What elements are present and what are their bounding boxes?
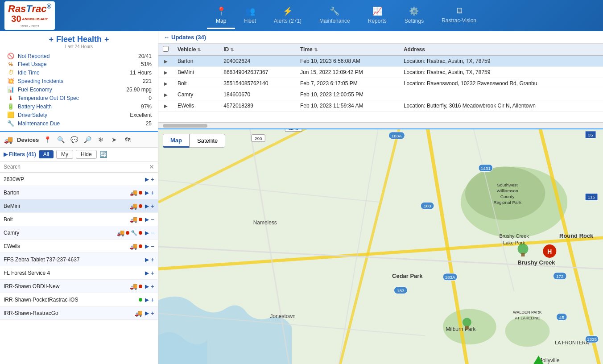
vehicle-item-camry[interactable]: Camry 🚚 🔧 ▶ − (0, 226, 158, 240)
vehicle-expand-arrow[interactable]: ▶ (145, 310, 149, 316)
my-filter-button[interactable]: My (56, 150, 73, 159)
nav-rastrac-vision[interactable]: 🖥 Rastrac-Vision (433, 3, 485, 29)
vehicle-item-2630wp[interactable]: 2630WP ▶ + (0, 173, 158, 186)
search-clear-icon[interactable]: ✕ (149, 163, 154, 170)
vehicle-add-btn[interactable]: + (151, 283, 154, 290)
map-small-icon[interactable]: 🗺 (123, 135, 132, 145)
vehicle-expand-arrow[interactable]: ▶ (145, 256, 149, 263)
vehicle-item-bemini[interactable]: BeMini 🚚 ▶ + (0, 199, 158, 213)
col-vehicle[interactable]: Vehicle (173, 44, 219, 56)
refresh-icon[interactable]: 🔄 (99, 151, 107, 158)
vehicle-expand-arrow[interactable]: ▶ (145, 243, 149, 249)
nav-alerts[interactable]: ⚡ Alerts (271) (265, 3, 310, 29)
battery-label[interactable]: Battery Health (18, 103, 141, 110)
health-row-driver-safety[interactable]: 🟨 DriverSafety Excellent (4, 111, 153, 119)
filters-label[interactable]: ▶ Filters (41) (4, 151, 36, 157)
vehicle-expand-arrow[interactable]: ▶ (145, 190, 149, 196)
health-row-maintenance[interactable]: 🔧 Maintenance Due 25 (4, 119, 153, 128)
pin-icon[interactable]: 📍 (42, 135, 52, 145)
nav-maintenance[interactable]: 🔧 Maintenance (310, 3, 359, 29)
devices-label[interactable]: Devices (17, 136, 39, 143)
nav-fleet[interactable]: 👥 Fleet (235, 3, 265, 29)
health-row-idle-time[interactable]: ⏱ Idle Time 11 Hours (4, 68, 153, 77)
nav-reports[interactable]: 📈 Reports (359, 3, 396, 29)
vehicle-add-btn[interactable]: + (151, 296, 154, 303)
vehicle-remove-btn[interactable]: − (151, 216, 154, 223)
map-tab-button[interactable]: Map (163, 134, 190, 148)
select-all-checkbox[interactable] (163, 46, 169, 52)
vehicle-item-ewells[interactable]: EWells 🚚 ▶ − (0, 240, 158, 253)
nav-map[interactable]: 📍 Map (207, 3, 235, 29)
fleet-usage-label[interactable]: Fleet Usage (18, 61, 141, 67)
table-row[interactable]: ▶ BeMini 866349042637367 Jun 15, 2022 12… (158, 67, 603, 78)
maintenance-label[interactable]: Maintenance Due (18, 120, 146, 127)
search-circle-icon[interactable]: 🔍 (56, 135, 66, 145)
map-area[interactable]: Map Satellite (158, 129, 603, 364)
vehicle-item-barton[interactable]: Barton 🚚 ▶ + (0, 186, 158, 199)
vehicle-add-btn[interactable]: + (151, 269, 154, 277)
health-row-speeding[interactable]: 💥 Speeding Incidents 221 (4, 77, 153, 85)
arrow-icon[interactable]: ➤ (109, 135, 119, 145)
col-id[interactable]: ID (219, 44, 296, 56)
row-expand-cell[interactable]: ▶ (158, 100, 173, 112)
vehicle-expand-arrow[interactable]: ▶ (145, 176, 149, 182)
expand-icon[interactable]: ▶ (164, 70, 168, 75)
table-row[interactable]: ▶ Barton 204002624 Feb 10, 2023 6:56:08 … (158, 56, 603, 67)
vehicle-item-ffs[interactable]: FFS Zebra Tablet 737-237-4637 ▶ + (0, 253, 158, 266)
vehicle-expand-arrow[interactable]: ▶ (145, 297, 149, 303)
vehicle-item-irr-rastracgo[interactable]: IRR-Shawn-RastracGo 🚚 ▶ + (0, 306, 158, 320)
fleet-health-plus-left[interactable]: + (49, 35, 54, 44)
snowflake-icon[interactable]: ❄ (96, 135, 106, 145)
vehicle-add-btn[interactable]: + (151, 310, 154, 317)
vehicle-add-btn[interactable]: + (151, 189, 154, 196)
table-row[interactable]: ▶ EWells 4572018289 Feb 10, 2023 11:59:3… (158, 100, 603, 112)
vehicle-remove-btn[interactable]: − (151, 243, 154, 250)
updates-table[interactable]: Vehicle ID Time Address ▶ Barton 2040026… (158, 44, 603, 122)
vehicle-item-bolt[interactable]: Bolt 🚚 ▶ − (0, 213, 158, 226)
vehicle-item-fl-forest[interactable]: FL Forest Service 4 ▶ + (0, 266, 158, 280)
expand-icon[interactable]: ▶ (164, 59, 168, 64)
health-row-fuel[interactable]: 📊 Fuel Economy 25.90 mpg (4, 85, 153, 94)
fuel-label[interactable]: Fuel Economy (18, 87, 126, 93)
scrollbar-thumb[interactable] (163, 124, 207, 128)
horizontal-scrollbar[interactable] (158, 122, 603, 128)
vehicle-expand-arrow[interactable]: ▶ (145, 216, 149, 223)
table-row[interactable]: ▶ Bolt 355154085762140 Feb 7, 2023 6:17:… (158, 78, 603, 89)
satellite-tab-button[interactable]: Satellite (190, 134, 225, 148)
nav-settings[interactable]: ⚙️ Settings (396, 3, 433, 29)
vehicle-expand-arrow[interactable]: ▶ (145, 270, 149, 276)
fleet-health-plus-right[interactable]: + (104, 35, 109, 44)
search-input[interactable] (4, 164, 149, 170)
row-expand-cell[interactable]: ▶ (158, 89, 173, 100)
vehicle-remove-btn[interactable]: − (151, 229, 154, 236)
vehicle-expand-arrow[interactable]: ▶ (145, 283, 149, 290)
vehicle-item-irr-obdii[interactable]: IRR-Shawn OBDII-New 🚚 ▶ + (0, 280, 158, 293)
expand-icon[interactable]: ▶ (164, 103, 168, 108)
vehicle-add-btn[interactable]: + (151, 256, 154, 263)
updates-expand-icon[interactable]: ↔ (164, 34, 169, 41)
row-expand-cell[interactable]: ▶ (158, 78, 173, 89)
not-reported-label[interactable]: Not Reported (18, 53, 138, 59)
temp-label[interactable]: Temperature Out Of Spec (18, 95, 149, 101)
vehicle-expand-arrow[interactable]: ▶ (145, 203, 149, 209)
speeding-label[interactable]: Speeding Incidents (18, 78, 143, 84)
vehicle-add-btn[interactable]: + (151, 176, 154, 183)
expand-icon[interactable]: ▶ (164, 92, 168, 97)
row-expand-cell[interactable]: ▶ (158, 56, 173, 67)
idle-time-label[interactable]: Idle Time (18, 70, 130, 76)
all-filter-button[interactable]: All (39, 150, 54, 158)
vehicle-add-btn[interactable]: + (151, 203, 154, 210)
search-icon[interactable]: 🔎 (83, 135, 92, 145)
vehicle-item-irr-pocket[interactable]: IRR-Shawn-PocketRastrac-iOS ▶ + (0, 293, 158, 306)
health-row-fleet-usage[interactable]: % Fleet Usage 51% (4, 60, 153, 68)
table-row[interactable]: ▶ Camry 184600670 Feb 10, 2023 12:00:55 … (158, 89, 603, 100)
chat-icon[interactable]: 💬 (69, 135, 79, 145)
driver-safety-label[interactable]: DriverSafety (18, 112, 130, 118)
row-expand-cell[interactable]: ▶ (158, 67, 173, 78)
hide-filter-button[interactable]: Hide (76, 150, 97, 159)
vehicle-expand-arrow[interactable]: ▶ (145, 230, 149, 236)
col-time[interactable]: Time (296, 44, 399, 56)
expand-icon[interactable]: ▶ (164, 81, 168, 86)
health-row-not-reported[interactable]: 🚫 Not Reported 20/41 (4, 52, 153, 60)
health-row-temp[interactable]: 🌡 Temperature Out Of Spec 0 (4, 94, 153, 102)
